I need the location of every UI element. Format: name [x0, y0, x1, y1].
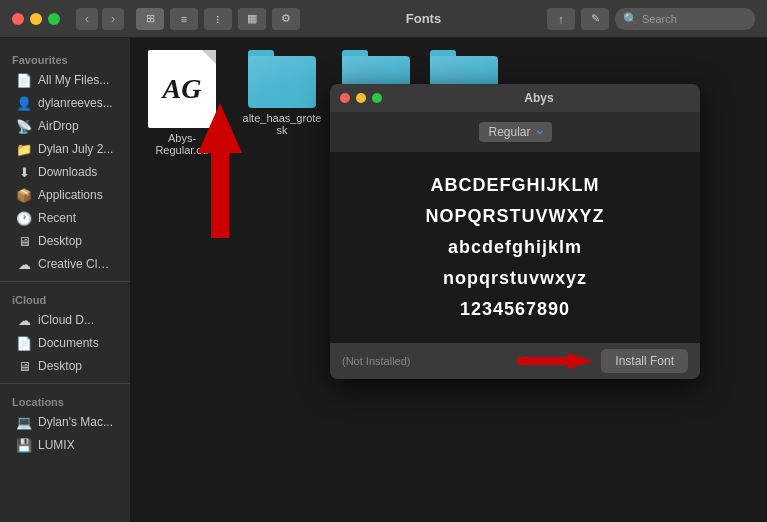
- fp-style-select-wrap[interactable]: Regular: [479, 122, 552, 142]
- file-name: alte_haas_grotesk: [242, 112, 322, 136]
- sidebar-item-downloads[interactable]: ⬇ Downloads: [4, 161, 126, 183]
- sidebar-divider: [0, 281, 130, 282]
- file-name: Abys-Regular.otf: [142, 132, 222, 156]
- sidebar-divider-2: [0, 383, 130, 384]
- sidebar-item-documents[interactable]: 📄 Documents: [4, 332, 126, 354]
- file-item-abys[interactable]: AG Abys-Regular.otf: [142, 50, 222, 156]
- sidebar-item-icloud-desktop[interactable]: 🖥 Desktop: [4, 355, 126, 377]
- sidebar-item-dylansmac[interactable]: 💻 Dylan's Mac...: [4, 411, 126, 433]
- sidebar-item-label: Recent: [38, 211, 76, 225]
- fp-title: Abys: [388, 91, 690, 105]
- traffic-lights: [12, 13, 60, 25]
- fp-maximize-button[interactable]: [372, 93, 382, 103]
- apps-icon: 📦: [16, 187, 32, 203]
- nav-arrows: ‹ ›: [76, 8, 124, 30]
- view-column-icon[interactable]: ⫶: [204, 8, 232, 30]
- computer-icon: 💻: [16, 414, 32, 430]
- fp-preview: ABCDEFGHIJKLM NOPQRSTUVWXYZ abcdefghijkl…: [330, 152, 700, 343]
- icloud-label: iCloud: [0, 288, 130, 308]
- folder-body: [248, 56, 316, 108]
- font-icon-text: AG: [163, 75, 202, 103]
- toolbar-right: ↑ ✎ 🔍 Search: [547, 8, 755, 30]
- preview-line-3: abcdefghijklm: [448, 234, 582, 261]
- airdrop-icon: 📡: [16, 118, 32, 134]
- fp-footer: (Not Installed) Install Font: [330, 343, 700, 379]
- fp-style-select[interactable]: Regular: [479, 122, 552, 142]
- sidebar-item-recent[interactable]: 🕐 Recent: [4, 207, 126, 229]
- toolbar-icons: ⊞ ≡ ⫶ ▦ ⚙: [136, 8, 300, 30]
- user-icon: 👤: [16, 95, 32, 111]
- title-bar: ‹ › ⊞ ≡ ⫶ ▦ ⚙ Fonts ↑ ✎ 🔍 Search: [0, 0, 767, 38]
- download-icon: ⬇: [16, 164, 32, 180]
- sidebar-item-label: Desktop: [38, 234, 82, 248]
- preview-line-4: nopqrstuvwxyz: [443, 265, 587, 292]
- arrow-install-indicator: [513, 347, 593, 375]
- svg-marker-4: [568, 353, 593, 369]
- font-preview-panel: Abys Regular ABCDEFGHIJKLM NOPQRSTUVWXYZ…: [330, 84, 700, 379]
- sidebar-item-label: Desktop: [38, 359, 82, 373]
- folder-item-icon: [248, 50, 316, 108]
- arrange-icon[interactable]: ⚙: [272, 8, 300, 30]
- sidebar-item-icloud-drive[interactable]: ☁ iCloud D...: [4, 309, 126, 331]
- sidebar-item-creative-cloud[interactable]: ☁ Creative Clo...: [4, 253, 126, 275]
- sidebar-item-label: Downloads: [38, 165, 97, 179]
- sidebar-item-desktop[interactable]: 🖥 Desktop: [4, 230, 126, 252]
- fp-close-button[interactable]: [340, 93, 350, 103]
- sidebar-item-label: iCloud D...: [38, 313, 94, 327]
- drive-icon: 💾: [16, 437, 32, 453]
- close-button[interactable]: [12, 13, 24, 25]
- main-area: Favourites 📄 All My Files... 👤 dylanreev…: [0, 38, 767, 522]
- sidebar-item-label: Creative Clo...: [38, 257, 114, 271]
- sidebar-item-label: LUMIX: [38, 438, 75, 452]
- search-placeholder: Search: [642, 13, 677, 25]
- view-list-icon[interactable]: ≡: [170, 8, 198, 30]
- sidebar-item-label: Applications: [38, 188, 103, 202]
- sidebar-item-label: AirDrop: [38, 119, 79, 133]
- sidebar-item-dylan-july[interactable]: 📁 Dylan July 2...: [4, 138, 126, 160]
- sidebar-item-label: Dylan's Mac...: [38, 415, 113, 429]
- preview-line-2: NOPQRSTUVWXYZ: [425, 203, 604, 230]
- favourites-label: Favourites: [0, 48, 130, 68]
- sidebar-item-label: dylanreeves...: [38, 96, 113, 110]
- desktop-icon: 🖥: [16, 358, 32, 374]
- locations-label: Locations: [0, 390, 130, 410]
- folder-icon: 📁: [16, 141, 32, 157]
- preview-line-5: 1234567890: [460, 296, 570, 323]
- fp-titlebar: Abys: [330, 84, 700, 112]
- sidebar-item-label: Documents: [38, 336, 99, 350]
- documents-icon: 📄: [16, 335, 32, 351]
- view-cover-icon[interactable]: ▦: [238, 8, 266, 30]
- sidebar-item-applications[interactable]: 📦 Applications: [4, 184, 126, 206]
- file-item-alte-haas[interactable]: alte_haas_grotesk: [242, 50, 322, 136]
- recent-icon: 🕐: [16, 210, 32, 226]
- edit-icon[interactable]: ✎: [581, 8, 609, 30]
- search-icon: 🔍: [623, 12, 638, 26]
- window-title: Fonts: [300, 11, 547, 26]
- minimize-button[interactable]: [30, 13, 42, 25]
- font-file-icon: AG: [148, 50, 216, 128]
- back-button[interactable]: ‹: [76, 8, 98, 30]
- view-grid-icon[interactable]: ⊞: [136, 8, 164, 30]
- sidebar-item-label: All My Files...: [38, 73, 109, 87]
- maximize-button[interactable]: [48, 13, 60, 25]
- cloud-icon: ☁: [16, 256, 32, 272]
- file-area: AG Abys-Regular.otf alte_haas_grotesk: [130, 38, 767, 522]
- fp-minimize-button[interactable]: [356, 93, 366, 103]
- preview-line-1: ABCDEFGHIJKLM: [431, 172, 600, 199]
- install-font-button[interactable]: Install Font: [601, 349, 688, 373]
- desktop-icon: 🖥: [16, 233, 32, 249]
- sidebar-item-all-my-files[interactable]: 📄 All My Files...: [4, 69, 126, 91]
- sidebar-item-label: Dylan July 2...: [38, 142, 113, 156]
- sidebar-item-airdrop[interactable]: 📡 AirDrop: [4, 115, 126, 137]
- sidebar-item-dylanreeves[interactable]: 👤 dylanreeves...: [4, 92, 126, 114]
- forward-button[interactable]: ›: [102, 8, 124, 30]
- fp-not-installed-label: (Not Installed): [342, 355, 410, 367]
- search-bar[interactable]: 🔍 Search: [615, 8, 755, 30]
- sidebar-item-lumix[interactable]: 💾 LUMIX: [4, 434, 126, 456]
- sidebar: Favourites 📄 All My Files... 👤 dylanreev…: [0, 38, 130, 522]
- icloud-drive-icon: ☁: [16, 312, 32, 328]
- fp-controls: Regular: [330, 112, 700, 152]
- share-icon[interactable]: ↑: [547, 8, 575, 30]
- file-icon: 📄: [16, 72, 32, 88]
